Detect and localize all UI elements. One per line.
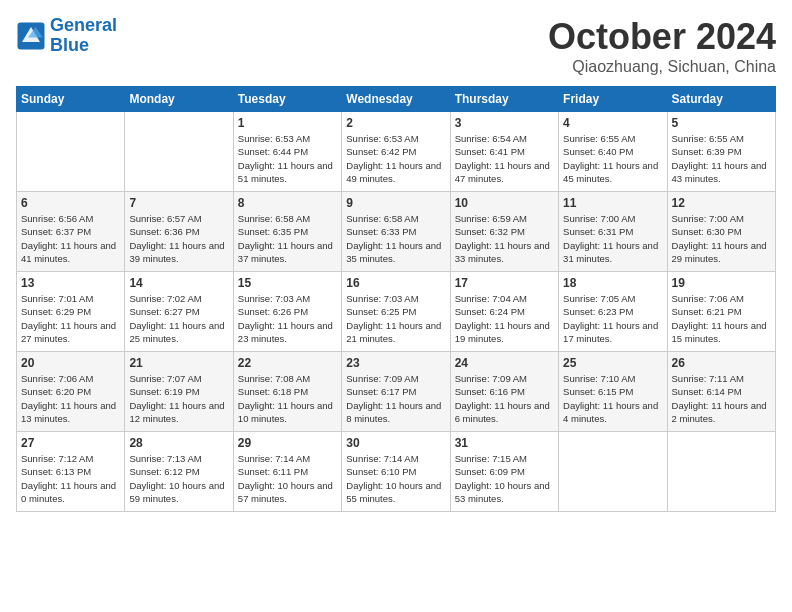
day-info: Sunrise: 7:00 AMSunset: 6:30 PMDaylight:… — [672, 212, 771, 265]
day-number: 4 — [563, 116, 662, 130]
day-info: Sunrise: 6:58 AMSunset: 6:33 PMDaylight:… — [346, 212, 445, 265]
calendar-week-4: 20Sunrise: 7:06 AMSunset: 6:20 PMDayligh… — [17, 352, 776, 432]
day-number: 15 — [238, 276, 337, 290]
day-number: 12 — [672, 196, 771, 210]
weekday-friday: Friday — [559, 87, 667, 112]
page-header: General Blue October 2024 Qiaozhuang, Si… — [16, 16, 776, 76]
calendar-cell: 5Sunrise: 6:55 AMSunset: 6:39 PMDaylight… — [667, 112, 775, 192]
day-info: Sunrise: 7:09 AMSunset: 6:17 PMDaylight:… — [346, 372, 445, 425]
day-info: Sunrise: 7:01 AMSunset: 6:29 PMDaylight:… — [21, 292, 120, 345]
weekday-header-row: SundayMondayTuesdayWednesdayThursdayFrid… — [17, 87, 776, 112]
day-number: 17 — [455, 276, 554, 290]
location: Qiaozhuang, Sichuan, China — [548, 58, 776, 76]
calendar-table: SundayMondayTuesdayWednesdayThursdayFrid… — [16, 86, 776, 512]
day-info: Sunrise: 6:59 AMSunset: 6:32 PMDaylight:… — [455, 212, 554, 265]
day-number: 25 — [563, 356, 662, 370]
calendar-week-5: 27Sunrise: 7:12 AMSunset: 6:13 PMDayligh… — [17, 432, 776, 512]
calendar-week-1: 1Sunrise: 6:53 AMSunset: 6:44 PMDaylight… — [17, 112, 776, 192]
logo-text: General Blue — [50, 16, 117, 56]
day-info: Sunrise: 7:06 AMSunset: 6:21 PMDaylight:… — [672, 292, 771, 345]
calendar-cell: 11Sunrise: 7:00 AMSunset: 6:31 PMDayligh… — [559, 192, 667, 272]
calendar-cell: 18Sunrise: 7:05 AMSunset: 6:23 PMDayligh… — [559, 272, 667, 352]
day-number: 27 — [21, 436, 120, 450]
day-number: 30 — [346, 436, 445, 450]
day-number: 24 — [455, 356, 554, 370]
calendar-week-2: 6Sunrise: 6:56 AMSunset: 6:37 PMDaylight… — [17, 192, 776, 272]
month-title: October 2024 — [548, 16, 776, 58]
calendar-body: 1Sunrise: 6:53 AMSunset: 6:44 PMDaylight… — [17, 112, 776, 512]
day-info: Sunrise: 7:11 AMSunset: 6:14 PMDaylight:… — [672, 372, 771, 425]
calendar-cell: 9Sunrise: 6:58 AMSunset: 6:33 PMDaylight… — [342, 192, 450, 272]
day-number: 29 — [238, 436, 337, 450]
logo-icon — [16, 21, 46, 51]
calendar-cell: 23Sunrise: 7:09 AMSunset: 6:17 PMDayligh… — [342, 352, 450, 432]
day-number: 16 — [346, 276, 445, 290]
day-info: Sunrise: 7:13 AMSunset: 6:12 PMDaylight:… — [129, 452, 228, 505]
day-info: Sunrise: 7:03 AMSunset: 6:25 PMDaylight:… — [346, 292, 445, 345]
day-info: Sunrise: 6:55 AMSunset: 6:40 PMDaylight:… — [563, 132, 662, 185]
day-info: Sunrise: 7:07 AMSunset: 6:19 PMDaylight:… — [129, 372, 228, 425]
title-area: October 2024 Qiaozhuang, Sichuan, China — [548, 16, 776, 76]
day-info: Sunrise: 7:03 AMSunset: 6:26 PMDaylight:… — [238, 292, 337, 345]
calendar-cell: 21Sunrise: 7:07 AMSunset: 6:19 PMDayligh… — [125, 352, 233, 432]
calendar-cell: 29Sunrise: 7:14 AMSunset: 6:11 PMDayligh… — [233, 432, 341, 512]
calendar-cell: 20Sunrise: 7:06 AMSunset: 6:20 PMDayligh… — [17, 352, 125, 432]
day-number: 8 — [238, 196, 337, 210]
day-info: Sunrise: 6:57 AMSunset: 6:36 PMDaylight:… — [129, 212, 228, 265]
weekday-tuesday: Tuesday — [233, 87, 341, 112]
calendar-week-3: 13Sunrise: 7:01 AMSunset: 6:29 PMDayligh… — [17, 272, 776, 352]
day-number: 22 — [238, 356, 337, 370]
day-number: 19 — [672, 276, 771, 290]
calendar-cell: 25Sunrise: 7:10 AMSunset: 6:15 PMDayligh… — [559, 352, 667, 432]
calendar-cell: 2Sunrise: 6:53 AMSunset: 6:42 PMDaylight… — [342, 112, 450, 192]
calendar-cell: 1Sunrise: 6:53 AMSunset: 6:44 PMDaylight… — [233, 112, 341, 192]
day-info: Sunrise: 6:56 AMSunset: 6:37 PMDaylight:… — [21, 212, 120, 265]
calendar-cell: 6Sunrise: 6:56 AMSunset: 6:37 PMDaylight… — [17, 192, 125, 272]
day-number: 18 — [563, 276, 662, 290]
day-info: Sunrise: 7:14 AMSunset: 6:10 PMDaylight:… — [346, 452, 445, 505]
logo-line1: General — [50, 15, 117, 35]
calendar-cell: 28Sunrise: 7:13 AMSunset: 6:12 PMDayligh… — [125, 432, 233, 512]
day-number: 26 — [672, 356, 771, 370]
day-number: 20 — [21, 356, 120, 370]
day-number: 14 — [129, 276, 228, 290]
day-info: Sunrise: 7:02 AMSunset: 6:27 PMDaylight:… — [129, 292, 228, 345]
day-info: Sunrise: 7:05 AMSunset: 6:23 PMDaylight:… — [563, 292, 662, 345]
day-number: 10 — [455, 196, 554, 210]
day-number: 3 — [455, 116, 554, 130]
calendar-cell: 16Sunrise: 7:03 AMSunset: 6:25 PMDayligh… — [342, 272, 450, 352]
day-info: Sunrise: 7:12 AMSunset: 6:13 PMDaylight:… — [21, 452, 120, 505]
day-number: 2 — [346, 116, 445, 130]
day-number: 7 — [129, 196, 228, 210]
day-info: Sunrise: 6:53 AMSunset: 6:44 PMDaylight:… — [238, 132, 337, 185]
calendar-cell: 26Sunrise: 7:11 AMSunset: 6:14 PMDayligh… — [667, 352, 775, 432]
calendar-cell: 3Sunrise: 6:54 AMSunset: 6:41 PMDaylight… — [450, 112, 558, 192]
calendar-cell: 30Sunrise: 7:14 AMSunset: 6:10 PMDayligh… — [342, 432, 450, 512]
day-number: 1 — [238, 116, 337, 130]
day-number: 5 — [672, 116, 771, 130]
calendar-cell: 31Sunrise: 7:15 AMSunset: 6:09 PMDayligh… — [450, 432, 558, 512]
weekday-monday: Monday — [125, 87, 233, 112]
day-info: Sunrise: 6:53 AMSunset: 6:42 PMDaylight:… — [346, 132, 445, 185]
logo-line2: Blue — [50, 36, 117, 56]
day-info: Sunrise: 7:10 AMSunset: 6:15 PMDaylight:… — [563, 372, 662, 425]
day-number: 13 — [21, 276, 120, 290]
weekday-saturday: Saturday — [667, 87, 775, 112]
day-info: Sunrise: 6:54 AMSunset: 6:41 PMDaylight:… — [455, 132, 554, 185]
day-number: 9 — [346, 196, 445, 210]
calendar-cell — [17, 112, 125, 192]
day-info: Sunrise: 7:15 AMSunset: 6:09 PMDaylight:… — [455, 452, 554, 505]
day-number: 6 — [21, 196, 120, 210]
weekday-thursday: Thursday — [450, 87, 558, 112]
day-number: 11 — [563, 196, 662, 210]
calendar-cell: 12Sunrise: 7:00 AMSunset: 6:30 PMDayligh… — [667, 192, 775, 272]
day-number: 23 — [346, 356, 445, 370]
day-number: 31 — [455, 436, 554, 450]
calendar-cell: 27Sunrise: 7:12 AMSunset: 6:13 PMDayligh… — [17, 432, 125, 512]
calendar-cell: 14Sunrise: 7:02 AMSunset: 6:27 PMDayligh… — [125, 272, 233, 352]
calendar-cell — [559, 432, 667, 512]
calendar-cell: 7Sunrise: 6:57 AMSunset: 6:36 PMDaylight… — [125, 192, 233, 272]
day-info: Sunrise: 7:00 AMSunset: 6:31 PMDaylight:… — [563, 212, 662, 265]
calendar-cell: 15Sunrise: 7:03 AMSunset: 6:26 PMDayligh… — [233, 272, 341, 352]
day-info: Sunrise: 6:58 AMSunset: 6:35 PMDaylight:… — [238, 212, 337, 265]
